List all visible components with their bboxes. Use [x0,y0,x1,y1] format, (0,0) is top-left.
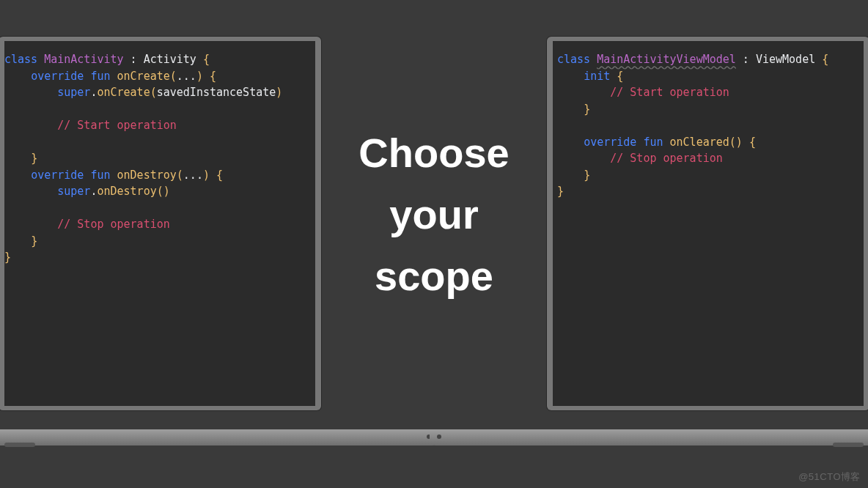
code-line: } [4,233,315,250]
code-line: override fun onDestroy(...) { [4,167,315,184]
code-token: savedInstanceState [157,86,276,99]
code-token: ) [736,136,749,149]
code-token: class [557,53,597,66]
code-token: super [57,185,90,198]
code-token: } [4,251,11,264]
code-token: { [617,70,623,83]
code-line: } [557,101,864,118]
code-line: // Stop operation [4,216,315,233]
code-token [4,70,31,83]
code-token: ) [203,169,216,182]
code-line: init { [557,68,864,85]
code-token: } [557,185,564,198]
code-token: : Activity [124,53,203,66]
code-token [4,169,31,182]
code-token [557,70,584,83]
code-token: // Stop operation [610,152,723,165]
code-line: } [557,167,864,184]
code-token [557,169,584,182]
code-token: ... [183,169,203,182]
code-token [4,185,57,198]
code-token [4,218,57,231]
code-line: // Stop operation [557,150,864,167]
code-token: ( [150,86,157,99]
right-code-editor: class MainActivityViewModel : ViewModel … [553,41,864,406]
code-line: } [4,150,315,167]
left-laptop-base [0,416,321,447]
code-token: { [210,70,216,83]
code-line: // Start operation [4,117,315,134]
code-line [4,101,315,118]
code-token: override fun [31,169,117,182]
code-token [557,86,610,99]
code-token: init [584,70,617,83]
code-token: onCreate [117,70,170,83]
code-line: // Start operation [557,84,864,101]
code-line: } [4,249,315,266]
code-token: ) [163,185,170,198]
code-token: ( [157,185,163,198]
code-token [557,136,584,149]
code-token: MainActivityViewModel [597,53,736,66]
code-token: : ViewModel [736,53,822,66]
code-token: super [57,86,90,99]
right-laptop: class MainActivityViewModel : ViewModel … [547,37,868,447]
watermark: @51CTO博客 [798,470,861,484]
code-token: { [822,53,828,66]
left-laptop: class MainActivity : Activity { override… [0,37,321,447]
code-token [4,119,57,132]
code-token: override fun [584,136,669,149]
code-line [4,134,315,151]
code-token: onCleared [670,136,729,149]
code-token: ( [177,169,183,182]
code-token: } [31,152,37,165]
code-token: // Start operation [610,86,729,99]
code-token: override fun [31,70,117,83]
code-token: { [203,53,210,66]
code-token [4,86,57,99]
code-token [4,152,31,165]
code-token: { [216,169,223,182]
code-token: MainActivity [44,53,123,66]
code-token: // Stop operation [57,218,170,231]
code-line: } [557,183,864,200]
code-token [4,234,31,248]
code-token: } [584,103,590,116]
code-token: class [4,53,44,66]
left-code-editor: class MainActivity : Activity { override… [4,41,315,406]
code-token: ... [177,70,196,83]
right-notch-dot [437,435,441,439]
code-token: ( [170,70,177,83]
code-token: // Start operation [57,119,177,132]
code-token: ) [276,86,282,99]
code-token: } [31,234,37,248]
code-line: class MainActivityViewModel : ViewModel … [557,51,864,68]
code-line: super.onCreate(savedInstanceState) [4,84,315,101]
code-line: override fun onCleared() { [557,134,864,151]
code-token: onDestroy [97,185,156,198]
code-token: ) [196,70,210,83]
code-token: ( [729,136,736,149]
code-line: class MainActivity : Activity { [4,51,315,68]
code-token [557,103,584,116]
code-token [557,152,610,165]
code-line [557,117,864,134]
headline: Choose your scope [358,122,509,307]
code-token: } [584,169,590,182]
code-token: { [749,136,756,149]
code-line: super.onDestroy() [4,183,315,200]
code-line: override fun onCreate(...) { [4,68,315,85]
code-line [4,200,315,217]
left-screen-bezel: class MainActivity : Activity { override… [0,37,321,410]
right-laptop-base [547,416,868,447]
right-screen-bezel: class MainActivityViewModel : ViewModel … [547,37,868,410]
code-token: onCreate [97,86,150,99]
code-token: onDestroy [117,169,177,182]
